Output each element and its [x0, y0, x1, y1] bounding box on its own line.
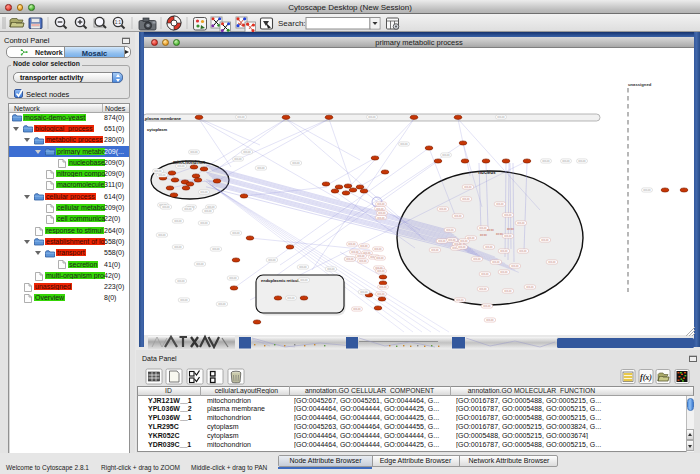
svg-text:xxx-xx: xxx-xx — [346, 258, 354, 261]
svg-text:xxx-xx: xxx-xx — [229, 277, 237, 280]
svg-text:xxx-xx: xxx-xx — [504, 290, 512, 293]
svg-text:xxx-xx: xxx-xx — [446, 229, 454, 232]
svg-text:xxx-xx: xxx-xx — [377, 203, 385, 206]
svg-text:xxx-xx: xxx-xx — [481, 273, 489, 276]
svg-text:xxx-xx: xxx-xx — [376, 208, 384, 211]
svg-text:cytoplasm: cytoplasm — [147, 127, 168, 132]
svg-text:xxx-xx: xxx-xx — [473, 258, 481, 261]
svg-text:xxx-xx: xxx-xx — [243, 151, 251, 154]
svg-text:xxx-xx: xxx-xx — [158, 234, 166, 237]
svg-text:xxx-xx: xxx-xx — [526, 286, 534, 289]
svg-text:xxx-xx: xxx-xx — [500, 271, 508, 274]
svg-text:xxx-xx: xxx-xx — [196, 263, 204, 266]
svg-text:xxx-xx: xxx-xx — [200, 191, 208, 194]
svg-text:xxx-xx: xxx-xx — [357, 255, 365, 258]
svg-text:f(x): f(x) — [640, 373, 652, 382]
svg-text:xxx-xx: xxx-xx — [360, 291, 368, 294]
svg-text:xxx-xx: xxx-xx — [232, 232, 240, 235]
svg-text:xx:xx: xx:xx — [496, 232, 503, 236]
svg-text:xxx-xx: xxx-xx — [162, 206, 170, 209]
svg-text:xxx-xx: xxx-xx — [368, 116, 376, 119]
svg-text:xxx-xx: xxx-xx — [177, 280, 185, 283]
svg-text:xxx-xx: xxx-xx — [462, 198, 470, 201]
svg-text:xxx-xx: xxx-xx — [300, 279, 308, 282]
svg-text:xxx-xx: xxx-xx — [177, 165, 185, 168]
svg-text:xx:xx: xx:xx — [507, 227, 514, 231]
svg-text:xxx-xx: xxx-xx — [548, 261, 556, 264]
svg-text:nucleus: nucleus — [478, 170, 496, 175]
svg-text:xxx-xx: xxx-xx — [517, 222, 525, 225]
svg-text:xxx-xx: xxx-xx — [378, 212, 386, 215]
svg-text:xxx-xx: xxx-xx — [237, 116, 245, 119]
svg-text:xxx-xx: xxx-xx — [492, 261, 500, 264]
svg-text:xxx-xx: xxx-xx — [438, 240, 446, 243]
svg-text:xxx-xx: xxx-xx — [204, 210, 212, 213]
svg-text:xxx-xx: xxx-xx — [483, 305, 491, 308]
svg-text:xxx-xx: xxx-xx — [479, 288, 487, 291]
svg-text:xxx-xx: xxx-xx — [376, 257, 384, 260]
svg-text:xxx-xx: xxx-xx — [154, 170, 162, 173]
svg-text:xxx-xx: xxx-xx — [174, 246, 182, 249]
svg-text:xxx-xx: xxx-xx — [292, 162, 300, 165]
svg-text:xxx-xx: xxx-xx — [234, 158, 242, 161]
svg-text:xxx-xx: xxx-xx — [456, 299, 464, 302]
svg-text:xxx-xx: xxx-xx — [519, 250, 527, 253]
svg-text:xxx-xx: xxx-xx — [541, 239, 549, 242]
svg-text:xxx-xx: xxx-xx — [353, 308, 361, 311]
svg-text:xxx-xx: xxx-xx — [439, 208, 447, 211]
svg-text:xxx-xx: xxx-xx — [464, 186, 472, 189]
svg-text:xxx-xx: xxx-xx — [158, 174, 166, 177]
svg-text:xxx-xx: xxx-xx — [496, 203, 504, 206]
svg-text:xxx-xx: xxx-xx — [218, 303, 226, 306]
svg-text:xxx-xx: xxx-xx — [200, 222, 208, 225]
svg-text:xxx-xx: xxx-xx — [180, 299, 188, 302]
svg-text:xxx-xx: xxx-xx — [458, 246, 466, 249]
svg-text:xxx-xx: xxx-xx — [377, 293, 385, 296]
svg-text:1:1: 1:1 — [115, 20, 122, 25]
svg-text:xxx-xx: xxx-xx — [190, 151, 198, 154]
svg-text:xxx-xx: xxx-xx — [184, 208, 192, 211]
svg-text:xxx-xx: xxx-xx — [377, 217, 385, 220]
svg-text:xxx-xx: xxx-xx — [360, 245, 368, 248]
svg-text:xxx-xx: xxx-xx — [299, 266, 307, 269]
svg-text:xxx-xx: xxx-xx — [500, 250, 508, 253]
svg-text:xxx-xx: xxx-xx — [400, 143, 408, 146]
svg-text:xxx-xx: xxx-xx — [287, 297, 295, 300]
svg-text:xxx-xx: xxx-xx — [542, 160, 550, 163]
svg-text:xxx-xx: xxx-xx — [268, 259, 276, 262]
svg-text:xxx-xx: xxx-xx — [454, 215, 462, 218]
svg-text:xxx-xx: xxx-xx — [348, 243, 356, 246]
svg-text:xxx-xx: xxx-xx — [212, 248, 220, 251]
svg-text:xxx-xx: xxx-xx — [377, 270, 385, 273]
svg-text:xxx-xx: xxx-xx — [327, 268, 335, 271]
svg-text:xxx-xx: xxx-xx — [504, 235, 512, 238]
svg-text:unassigned: unassigned — [628, 82, 652, 87]
svg-text:xxx-xx: xxx-xx — [497, 116, 505, 119]
svg-text:xxx-xx: xxx-xx — [562, 160, 570, 163]
svg-text:xxx-xx: xxx-xx — [460, 240, 468, 243]
svg-text:xxx-xx: xxx-xx — [578, 160, 586, 163]
svg-text:xxx-xx: xxx-xx — [643, 189, 651, 192]
svg-text:xxx-xx: xxx-xx — [257, 167, 265, 170]
svg-text:xxx-xx: xxx-xx — [374, 248, 382, 251]
svg-text:xxx-xx: xxx-xx — [174, 220, 182, 223]
svg-text:xxx-xx: xxx-xx — [511, 265, 519, 268]
svg-text:xxx-xx: xxx-xx — [504, 214, 512, 217]
svg-text:xxx-xx: xxx-xx — [442, 154, 450, 157]
svg-text:plasma membrane: plasma membrane — [145, 116, 182, 121]
svg-text:xx:xx: xx:xx — [487, 228, 494, 232]
svg-text:xxx-xx: xxx-xx — [359, 260, 367, 263]
svg-text:xxx-xx: xxx-xx — [379, 286, 387, 289]
svg-text:xxx-xx: xxx-xx — [431, 249, 439, 252]
svg-text:xx:xx: xx:xx — [480, 233, 487, 237]
svg-text:xxx-xx: xxx-xx — [486, 319, 494, 322]
svg-text:xxx-xx: xxx-xx — [485, 246, 493, 249]
svg-text:Search:: Search: — [278, 19, 306, 28]
